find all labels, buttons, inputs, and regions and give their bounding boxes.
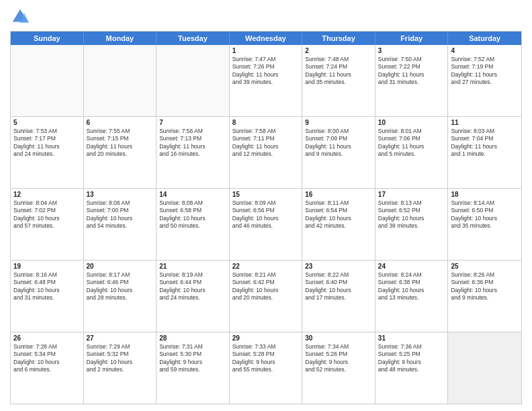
day-cell-26: 26Sunrise: 7:28 AM Sunset: 5:34 PM Dayli… <box>11 332 84 404</box>
day-header-thursday: Thursday <box>302 32 375 45</box>
day-cell-18: 18Sunrise: 8:14 AM Sunset: 6:50 PM Dayli… <box>448 189 521 260</box>
day-cell-6: 6Sunrise: 7:55 AM Sunset: 7:15 PM Daylig… <box>84 117 157 188</box>
day-info: Sunrise: 7:48 AM Sunset: 7:24 PM Dayligh… <box>305 56 372 87</box>
day-number: 12 <box>13 191 81 198</box>
day-number: 10 <box>378 119 445 126</box>
day-header-monday: Monday <box>84 32 157 45</box>
week-row-1: 1Sunrise: 7:47 AM Sunset: 7:26 PM Daylig… <box>11 45 521 117</box>
logo-icon <box>10 7 30 27</box>
day-info: Sunrise: 7:53 AM Sunset: 7:17 PM Dayligh… <box>13 128 81 158</box>
day-number: 17 <box>378 191 445 198</box>
day-cell-24: 24Sunrise: 8:24 AM Sunset: 6:38 PM Dayli… <box>375 261 449 332</box>
day-number: 24 <box>378 263 445 270</box>
day-info: Sunrise: 7:47 AM Sunset: 7:26 PM Dayligh… <box>232 56 300 87</box>
day-cell-23: 23Sunrise: 8:22 AM Sunset: 6:40 PM Dayli… <box>302 261 375 332</box>
day-number: 1 <box>232 47 300 54</box>
calendar-grid: 1Sunrise: 7:47 AM Sunset: 7:26 PM Daylig… <box>11 45 521 404</box>
day-info: Sunrise: 7:34 AM Sunset: 5:26 PM Dayligh… <box>305 343 372 374</box>
day-number: 19 <box>13 263 81 270</box>
day-number: 13 <box>87 191 154 198</box>
day-info: Sunrise: 8:03 AM Sunset: 7:04 PM Dayligh… <box>451 128 519 158</box>
day-info: Sunrise: 8:06 AM Sunset: 7:00 PM Dayligh… <box>87 199 154 230</box>
day-header-saturday: Saturday <box>448 32 521 45</box>
day-info: Sunrise: 7:52 AM Sunset: 7:19 PM Dayligh… <box>451 56 519 87</box>
day-cell-8: 8Sunrise: 7:58 AM Sunset: 7:11 PM Daylig… <box>230 117 303 188</box>
day-cell-empty <box>448 332 521 404</box>
page: SundayMondayTuesdayWednesdayThursdayFrid… <box>0 0 532 411</box>
day-number: 22 <box>232 263 300 270</box>
day-number: 6 <box>87 119 154 126</box>
day-cell-27: 27Sunrise: 7:29 AM Sunset: 5:32 PM Dayli… <box>84 332 157 404</box>
day-info: Sunrise: 8:17 AM Sunset: 6:46 PM Dayligh… <box>87 271 154 302</box>
day-number: 21 <box>159 263 226 270</box>
day-info: Sunrise: 7:28 AM Sunset: 5:34 PM Dayligh… <box>13 343 81 374</box>
day-info: Sunrise: 7:33 AM Sunset: 5:28 PM Dayligh… <box>232 343 300 374</box>
day-cell-empty <box>157 45 230 116</box>
day-number: 31 <box>378 334 445 342</box>
day-info: Sunrise: 7:36 AM Sunset: 5:25 PM Dayligh… <box>378 343 445 374</box>
day-info: Sunrise: 8:16 AM Sunset: 6:48 PM Dayligh… <box>13 271 81 302</box>
day-cell-empty <box>84 45 157 116</box>
day-header-friday: Friday <box>375 32 449 45</box>
day-number: 28 <box>159 334 226 342</box>
day-info: Sunrise: 8:00 AM Sunset: 7:09 PM Dayligh… <box>305 128 372 158</box>
day-number: 18 <box>451 191 519 198</box>
day-number: 15 <box>232 191 300 198</box>
day-info: Sunrise: 8:21 AM Sunset: 6:42 PM Dayligh… <box>232 271 300 302</box>
day-number: 3 <box>378 47 445 54</box>
day-info: Sunrise: 8:22 AM Sunset: 6:40 PM Dayligh… <box>305 271 372 302</box>
day-info: Sunrise: 8:09 AM Sunset: 6:56 PM Dayligh… <box>232 199 300 230</box>
day-cell-16: 16Sunrise: 8:11 AM Sunset: 6:54 PM Dayli… <box>302 189 375 260</box>
day-cell-19: 19Sunrise: 8:16 AM Sunset: 6:48 PM Dayli… <box>11 261 84 332</box>
week-row-3: 12Sunrise: 8:04 AM Sunset: 7:02 PM Dayli… <box>11 189 521 261</box>
day-number: 26 <box>13 334 81 342</box>
day-number: 27 <box>87 334 154 342</box>
day-info: Sunrise: 7:56 AM Sunset: 7:13 PM Dayligh… <box>159 128 226 158</box>
day-cell-28: 28Sunrise: 7:31 AM Sunset: 5:30 PM Dayli… <box>157 332 230 404</box>
day-cell-11: 11Sunrise: 8:03 AM Sunset: 7:04 PM Dayli… <box>448 117 521 188</box>
day-cell-2: 2Sunrise: 7:48 AM Sunset: 7:24 PM Daylig… <box>302 45 375 116</box>
day-header-wednesday: Wednesday <box>230 32 303 45</box>
day-cell-31: 31Sunrise: 7:36 AM Sunset: 5:25 PM Dayli… <box>375 332 449 404</box>
day-info: Sunrise: 8:08 AM Sunset: 6:58 PM Dayligh… <box>159 199 226 230</box>
day-cell-13: 13Sunrise: 8:06 AM Sunset: 7:00 PM Dayli… <box>84 189 157 260</box>
day-cell-7: 7Sunrise: 7:56 AM Sunset: 7:13 PM Daylig… <box>157 117 230 188</box>
day-cell-10: 10Sunrise: 8:01 AM Sunset: 7:06 PM Dayli… <box>375 117 449 188</box>
week-row-4: 19Sunrise: 8:16 AM Sunset: 6:48 PM Dayli… <box>11 261 521 332</box>
day-info: Sunrise: 7:50 AM Sunset: 7:22 PM Dayligh… <box>378 56 445 87</box>
day-cell-30: 30Sunrise: 7:34 AM Sunset: 5:26 PM Dayli… <box>302 332 375 404</box>
day-header-tuesday: Tuesday <box>157 32 230 45</box>
day-cell-22: 22Sunrise: 8:21 AM Sunset: 6:42 PM Dayli… <box>230 261 303 332</box>
day-headers: SundayMondayTuesdayWednesdayThursdayFrid… <box>11 32 521 45</box>
day-number: 29 <box>232 334 300 342</box>
day-cell-21: 21Sunrise: 8:19 AM Sunset: 6:44 PM Dayli… <box>157 261 230 332</box>
day-cell-17: 17Sunrise: 8:13 AM Sunset: 6:52 PM Dayli… <box>375 189 449 260</box>
day-number: 2 <box>305 47 372 54</box>
day-number: 5 <box>13 119 81 126</box>
day-number: 25 <box>451 263 519 270</box>
header <box>10 7 522 27</box>
day-number: 9 <box>305 119 372 126</box>
day-info: Sunrise: 8:13 AM Sunset: 6:52 PM Dayligh… <box>378 199 445 230</box>
day-info: Sunrise: 8:11 AM Sunset: 6:54 PM Dayligh… <box>305 199 372 230</box>
day-cell-12: 12Sunrise: 8:04 AM Sunset: 7:02 PM Dayli… <box>11 189 84 260</box>
day-number: 16 <box>305 191 372 198</box>
day-number: 7 <box>159 119 226 126</box>
day-number: 14 <box>159 191 226 198</box>
day-cell-15: 15Sunrise: 8:09 AM Sunset: 6:56 PM Dayli… <box>230 189 303 260</box>
day-info: Sunrise: 7:29 AM Sunset: 5:32 PM Dayligh… <box>87 343 154 374</box>
day-cell-25: 25Sunrise: 8:26 AM Sunset: 6:36 PM Dayli… <box>448 261 521 332</box>
day-info: Sunrise: 8:26 AM Sunset: 6:36 PM Dayligh… <box>451 271 519 302</box>
day-cell-1: 1Sunrise: 7:47 AM Sunset: 7:26 PM Daylig… <box>230 45 303 116</box>
day-cell-5: 5Sunrise: 7:53 AM Sunset: 7:17 PM Daylig… <box>11 117 84 188</box>
day-info: Sunrise: 8:14 AM Sunset: 6:50 PM Dayligh… <box>451 199 519 230</box>
day-cell-14: 14Sunrise: 8:08 AM Sunset: 6:58 PM Dayli… <box>157 189 230 260</box>
day-info: Sunrise: 8:01 AM Sunset: 7:06 PM Dayligh… <box>378 128 445 158</box>
day-number: 23 <box>305 263 372 270</box>
day-number: 30 <box>305 334 372 342</box>
day-number: 4 <box>451 47 519 54</box>
day-info: Sunrise: 8:04 AM Sunset: 7:02 PM Dayligh… <box>13 199 81 230</box>
day-info: Sunrise: 7:31 AM Sunset: 5:30 PM Dayligh… <box>159 343 226 374</box>
day-number: 20 <box>87 263 154 270</box>
week-row-5: 26Sunrise: 7:28 AM Sunset: 5:34 PM Dayli… <box>11 332 521 404</box>
